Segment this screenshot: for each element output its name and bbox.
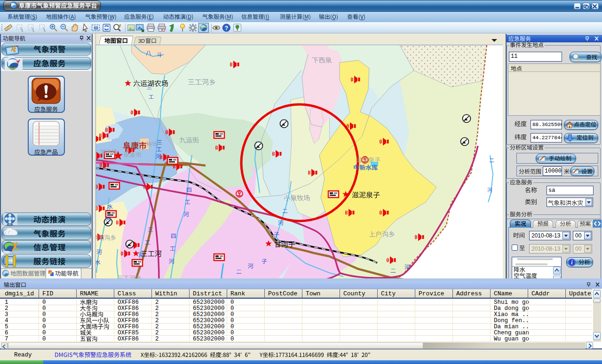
svg-text:?: ? (225, 25, 228, 32)
